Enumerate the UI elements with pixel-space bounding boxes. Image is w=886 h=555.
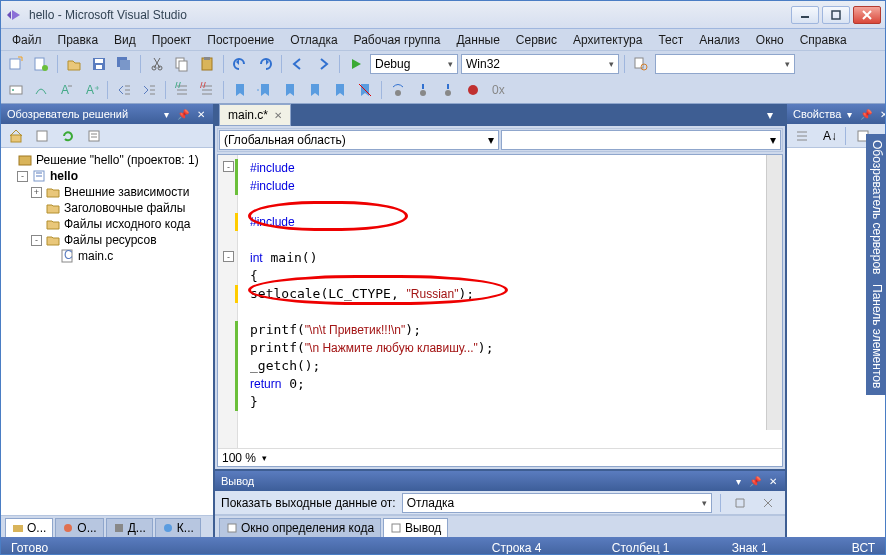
search-combo[interactable]: ▾: [655, 54, 795, 74]
step-over-icon[interactable]: [387, 79, 409, 101]
properties-icon[interactable]: [83, 125, 105, 147]
show-all-icon[interactable]: [31, 125, 53, 147]
add-item-icon[interactable]: [30, 53, 52, 75]
cut-icon[interactable]: [146, 53, 168, 75]
bookmark-toggle-icon[interactable]: [229, 79, 251, 101]
new-project-icon[interactable]: [5, 53, 27, 75]
save-all-icon[interactable]: [113, 53, 135, 75]
menu-team[interactable]: Рабочая группа: [347, 31, 448, 49]
paste-icon[interactable]: [196, 53, 218, 75]
tab-team-explorer[interactable]: К...: [155, 518, 201, 537]
bookmark-next-icon[interactable]: [279, 79, 301, 101]
folder-external[interactable]: +Внешние зависимости: [3, 184, 211, 200]
nav-back-icon[interactable]: [287, 53, 309, 75]
panel-menu-icon[interactable]: ▾: [845, 109, 854, 120]
menu-window[interactable]: Окно: [749, 31, 791, 49]
nav-forward-icon[interactable]: [312, 53, 334, 75]
close-panel-icon[interactable]: ✕: [767, 476, 779, 487]
save-icon[interactable]: [88, 53, 110, 75]
pin-icon[interactable]: 📌: [858, 109, 874, 120]
undo-icon[interactable]: [229, 53, 251, 75]
quick-info-icon[interactable]: A: [55, 79, 77, 101]
tab-code-definition[interactable]: Окно определения кода: [219, 518, 381, 537]
close-button[interactable]: [853, 6, 881, 24]
menu-build[interactable]: Построение: [200, 31, 281, 49]
categorize-icon[interactable]: [791, 125, 813, 147]
solution-node[interactable]: Решение "hello" (проектов: 1): [3, 152, 211, 168]
show-hints-icon[interactable]: [5, 79, 27, 101]
tab-property-mgr[interactable]: Д...: [106, 518, 153, 537]
menu-tools[interactable]: Сервис: [509, 31, 564, 49]
clear-icon[interactable]: [757, 492, 779, 514]
pin-icon[interactable]: 📌: [175, 109, 191, 120]
panel-menu-icon[interactable]: ▾: [162, 109, 171, 120]
chevron-down-icon[interactable]: ▾: [262, 453, 267, 463]
menu-data[interactable]: Данные: [449, 31, 506, 49]
collapse-icon[interactable]: -: [31, 235, 42, 246]
bookmark-next-folder-icon[interactable]: [329, 79, 351, 101]
menu-project[interactable]: Проект: [145, 31, 199, 49]
maximize-button[interactable]: [822, 6, 850, 24]
pin-icon[interactable]: 📌: [747, 476, 763, 487]
bookmark-prev-folder-icon[interactable]: [304, 79, 326, 101]
close-panel-icon[interactable]: ✕: [878, 109, 886, 120]
step-out-icon[interactable]: [437, 79, 459, 101]
menu-analyze[interactable]: Анализ: [692, 31, 747, 49]
project-node[interactable]: -hello: [3, 168, 211, 184]
menu-test[interactable]: Тест: [651, 31, 690, 49]
outline-collapse-icon[interactable]: -: [223, 251, 234, 262]
refresh-icon[interactable]: [57, 125, 79, 147]
menu-help[interactable]: Справка: [793, 31, 854, 49]
minimize-button[interactable]: [791, 6, 819, 24]
folder-source[interactable]: Файлы исходного кода: [3, 216, 211, 232]
open-icon[interactable]: [63, 53, 85, 75]
sort-icon[interactable]: A↓: [817, 125, 839, 147]
menu-edit[interactable]: Правка: [51, 31, 106, 49]
output-source-combo[interactable]: Отладка▾: [402, 493, 712, 513]
bookmark-prev-icon[interactable]: [254, 79, 276, 101]
menu-debug[interactable]: Отладка: [283, 31, 344, 49]
tab-solution-explorer[interactable]: О...: [5, 518, 53, 537]
tab-class-view[interactable]: О...: [55, 518, 103, 537]
file-main-c[interactable]: Cmain.c: [3, 248, 211, 264]
find-in-files-icon[interactable]: [630, 53, 652, 75]
outline-collapse-icon[interactable]: -: [223, 161, 234, 172]
step-into-icon[interactable]: [412, 79, 434, 101]
config-combo[interactable]: Debug▾: [370, 54, 458, 74]
tab-server-explorer[interactable]: Обозреватель серверов: [868, 140, 884, 274]
bookmark-clear-icon[interactable]: [354, 79, 376, 101]
param-info-icon[interactable]: [30, 79, 52, 101]
close-tab-icon[interactable]: ✕: [274, 110, 282, 121]
indent-less-icon[interactable]: [113, 79, 135, 101]
scope-combo[interactable]: (Глобальная область)▾: [219, 130, 499, 150]
tab-main-c[interactable]: main.c*✕: [219, 104, 291, 126]
word-complete-icon[interactable]: A⁺: [80, 79, 102, 101]
tab-toolbox[interactable]: Панель элементов: [868, 284, 884, 388]
expand-icon[interactable]: +: [31, 187, 42, 198]
member-combo[interactable]: ▾: [501, 130, 781, 150]
breakpoints-window-icon[interactable]: [462, 79, 484, 101]
goto-message-icon[interactable]: [729, 492, 751, 514]
tabs-menu-icon[interactable]: ▾: [759, 104, 781, 126]
home-icon[interactable]: [5, 125, 27, 147]
scrollbar-vertical[interactable]: [766, 155, 782, 430]
start-debug-icon[interactable]: [345, 53, 367, 75]
comment-icon[interactable]: //: [171, 79, 193, 101]
uncomment-icon[interactable]: //: [196, 79, 218, 101]
indent-more-icon[interactable]: [138, 79, 160, 101]
folder-headers[interactable]: Заголовочные файлы: [3, 200, 211, 216]
copy-icon[interactable]: [171, 53, 193, 75]
menu-file[interactable]: Файл: [5, 31, 49, 49]
redo-icon[interactable]: [254, 53, 276, 75]
panel-menu-icon[interactable]: ▾: [734, 476, 743, 487]
tab-output[interactable]: Вывод: [383, 518, 448, 537]
hex-icon[interactable]: 0x: [487, 79, 509, 101]
close-panel-icon[interactable]: ✕: [195, 109, 207, 120]
folder-resources[interactable]: -Файлы ресурсов: [3, 232, 211, 248]
svg-point-25: [420, 90, 426, 96]
collapse-icon[interactable]: -: [17, 171, 28, 182]
menu-architecture[interactable]: Архитектура: [566, 31, 650, 49]
menu-view[interactable]: Вид: [107, 31, 143, 49]
platform-combo[interactable]: Win32▾: [461, 54, 619, 74]
code-area[interactable]: - - #include #include #include int main(…: [218, 155, 782, 448]
